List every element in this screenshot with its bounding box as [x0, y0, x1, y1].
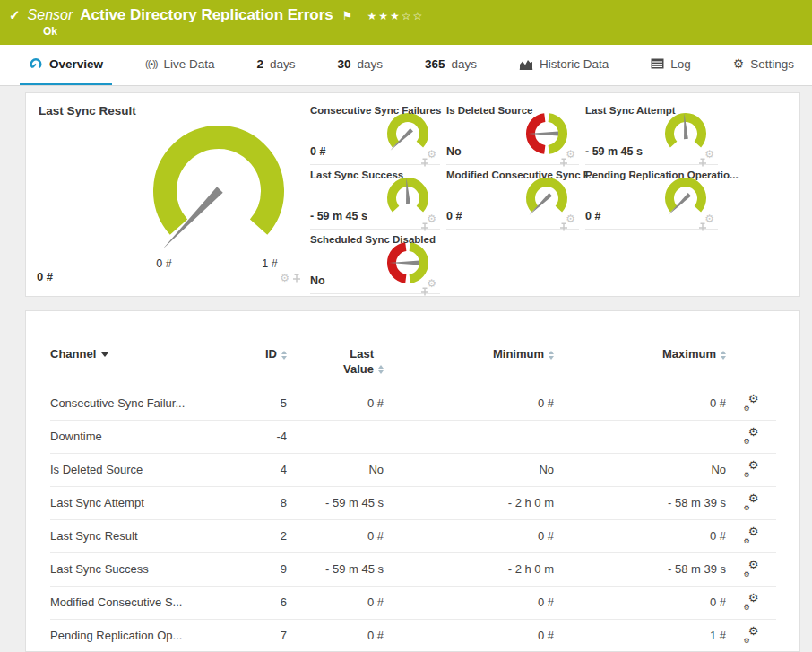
pin-icon[interactable] [292, 274, 301, 283]
sensor-title: Active Directory Replication Errors [80, 6, 333, 24]
object-kind-label: Sensor [28, 7, 73, 23]
settings-gear-icon: ⚙ [733, 57, 745, 71]
gauge-title: Last Sync Attempt [585, 105, 676, 116]
cell-last-value: - 59 m 45 s [287, 552, 384, 586]
sort-toggle-icon[interactable] [281, 351, 287, 360]
column-header-id[interactable]: ID [240, 343, 287, 387]
column-header-actions [726, 343, 776, 387]
gauge-min-label: 0 # [146, 257, 182, 270]
gauges-panel: Last Sync Result 0 # 1 # 0 # ⚙ Consecuti… [25, 92, 800, 297]
channel-settings-gears-icon[interactable]: ⚙⚙ [744, 561, 759, 575]
column-header-channel[interactable]: Channel [50, 343, 240, 387]
sort-toggle-icon[interactable] [549, 351, 554, 360]
cell-maximum: 0 # [554, 586, 726, 619]
tab-live-data[interactable]: ((•))Live Data [136, 45, 224, 85]
cell-minimum [384, 420, 554, 453]
page-content: Last Sync Result 0 # 1 # 0 # ⚙ Consecuti… [25, 92, 800, 652]
overview-gauge-icon [29, 57, 43, 71]
column-header-minimum[interactable]: Minimum [384, 343, 554, 387]
cell-id: 8 [240, 486, 287, 519]
tab-historic-data[interactable]: Historic Data [510, 45, 618, 85]
channel-settings-gears-icon[interactable]: ⚙⚙ [744, 396, 759, 409]
tab-bar: Overview((•))Live Data2days30days365days… [0, 45, 812, 86]
cell-channel: Last Sync Attempt [50, 486, 240, 519]
cell-minimum: 0 # [384, 586, 554, 619]
table-row-modified-consecutive-s: Modified Consecutive S...60 #0 #0 #⚙⚙ [50, 586, 776, 619]
column-label: Minimum [493, 347, 544, 361]
gauge-cell-is-deleted-source: Is Deleted SourceNo⚙ [446, 100, 579, 165]
tab-2-days[interactable]: 2days [247, 45, 304, 85]
tab-30-days[interactable]: 30days [328, 45, 392, 85]
gauge-dial [522, 174, 572, 221]
channel-settings-gears-icon[interactable]: ⚙⚙ [744, 462, 759, 475]
small-gauges-grid: Consecutive Sync Failures0 #⚙Is Deleted … [310, 100, 718, 294]
channel-settings-gears-icon[interactable]: ⚙⚙ [744, 628, 759, 641]
primary-channel-gauge-cell: Last Sync Result 0 # 1 # 0 # ⚙ [26, 93, 308, 296]
cell-id: 7 [240, 619, 287, 652]
cell-last-value: - 59 m 45 s [287, 486, 384, 519]
cell-minimum: 0 # [384, 387, 554, 420]
tab-overview[interactable]: Overview [20, 45, 112, 85]
tab-label: days [270, 57, 296, 71]
cell-channel: Is Deleted Source [50, 453, 240, 486]
cell-channel: Pending Replication Op... [50, 619, 240, 652]
pin-icon[interactable] [420, 287, 429, 297]
tab-label: Live Data [164, 57, 215, 71]
channel-settings-gears-icon[interactable]: ⚙⚙ [744, 595, 759, 608]
sort-toggle-icon[interactable] [721, 351, 726, 360]
channels-table-panel: ChannelIDLast ValueMinimumMaximum Consec… [25, 310, 800, 652]
tab-label: Log [670, 57, 691, 71]
pin-icon[interactable] [698, 222, 707, 232]
sensor-header: ✓ Sensor Active Directory Replication Er… [0, 0, 812, 45]
gauge-settings-gear-icon[interactable]: ⚙ [280, 273, 289, 283]
tab-log[interactable]: Log [642, 45, 700, 85]
gauge-dial [383, 174, 433, 221]
gauge-dial [661, 109, 711, 156]
cell-id: 6 [240, 586, 287, 619]
gauge-value: - 59 m 45 s [310, 210, 367, 222]
tab-number: 2 [256, 57, 263, 71]
gauge-dial [522, 109, 572, 156]
channel-settings-gears-icon[interactable]: ⚙⚙ [744, 528, 759, 542]
priority-stars[interactable]: ★★★☆☆ [367, 10, 424, 22]
tab-settings[interactable]: ⚙Settings [724, 45, 803, 85]
pin-icon[interactable] [559, 222, 568, 232]
gauge-cell-modified-consecutive-sync-f: Modified Consecutive Sync F...0 #⚙ [446, 165, 579, 230]
cell-maximum: No [554, 453, 726, 486]
gauge-value: No [446, 145, 462, 158]
cell-last-value: 0 # [287, 387, 384, 420]
gauge-cell-last-sync-success: Last Sync Success- 59 m 45 s⚙ [310, 165, 440, 230]
log-icon [651, 58, 664, 69]
column-label: Maximum [662, 347, 716, 361]
cell-last-value [287, 420, 384, 453]
column-label: Channel [50, 347, 96, 361]
gauge-dial [383, 239, 433, 285]
gauge-value: - 59 m 45 s [585, 145, 643, 158]
cell-channel: Downtime [50, 420, 240, 453]
gauge-dial [383, 109, 433, 156]
cell-maximum: 0 # [554, 387, 726, 420]
tab-label: days [358, 57, 384, 71]
tab-label: Overview [49, 57, 103, 71]
channels-table: ChannelIDLast ValueMinimumMaximum Consec… [50, 343, 776, 652]
column-header-last-value[interactable]: Last Value [287, 343, 384, 387]
channel-settings-gears-icon[interactable]: ⚙⚙ [744, 495, 759, 509]
live-data-icon: ((•)) [145, 58, 158, 69]
gauge-title: Modified Consecutive Sync F... [446, 170, 597, 180]
tab-365-days[interactable]: 365days [416, 45, 486, 85]
cell-minimum: - 2 h 0 m [384, 552, 554, 586]
table-row-pending-replication-op: Pending Replication Op...70 #0 #1 #⚙⚙ [50, 619, 776, 652]
cell-channel: Consecutive Sync Failur... [50, 387, 240, 420]
gauge-title: Last Sync Success [310, 170, 403, 180]
cell-channel: Last Sync Success [50, 552, 240, 586]
column-header-maximum[interactable]: Maximum [554, 343, 726, 387]
gauge-title: Scheduled Sync Disabled [310, 234, 436, 245]
flag-icon[interactable]: ⚑ [342, 9, 353, 22]
tab-number: 30 [337, 57, 350, 71]
gauge-title: Is Deleted Source [446, 105, 533, 116]
channel-settings-gears-icon[interactable]: ⚙⚙ [744, 429, 759, 442]
tab-number: 365 [425, 57, 445, 71]
gauge-title: Consecutive Sync Failures [310, 105, 441, 116]
sort-toggle-icon[interactable] [378, 365, 384, 374]
cell-channel: Last Sync Result [50, 519, 240, 552]
